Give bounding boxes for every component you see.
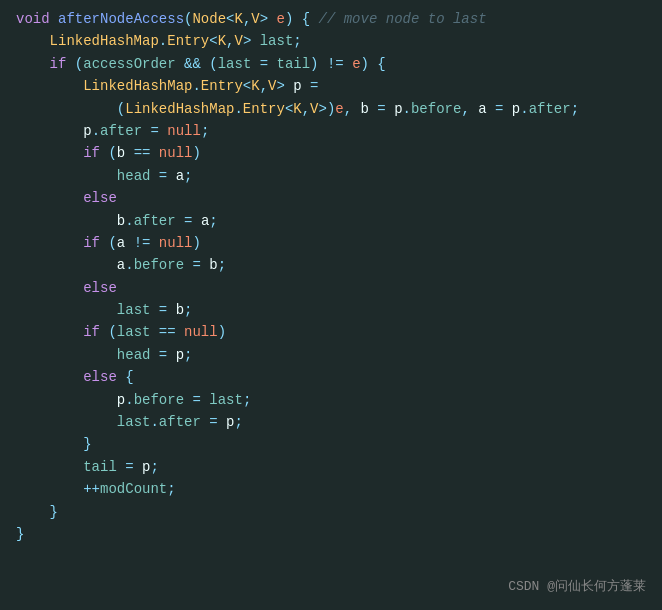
indent	[16, 187, 83, 209]
token-punct: ;	[201, 120, 209, 142]
token-op: =	[142, 120, 167, 142]
code-line: LinkedHashMap.Entry<K,V> last;	[0, 30, 662, 52]
token-punct: ,	[260, 75, 268, 97]
indent	[16, 478, 83, 500]
token-field: head	[117, 165, 151, 187]
token-field: tail	[277, 53, 311, 75]
token-punct: ) {	[285, 8, 319, 30]
token-punct: (	[108, 142, 116, 164]
code-line: else	[0, 277, 662, 299]
token-punct: ;	[184, 299, 192, 321]
token-punct: )	[310, 53, 318, 75]
token-punct: ,	[226, 30, 234, 52]
code-line: }	[0, 523, 662, 545]
token-op: =	[150, 165, 175, 187]
token-type: Node	[192, 8, 226, 30]
token-punct: }	[83, 433, 91, 455]
token-field: last	[117, 321, 151, 343]
token-op: ==	[125, 142, 159, 164]
indent	[16, 299, 117, 321]
token-punct: >	[260, 8, 277, 30]
code-line: tail = p;	[0, 456, 662, 478]
indent	[16, 30, 50, 52]
code-line: if (b == null)	[0, 142, 662, 164]
token-punct: .	[159, 30, 167, 52]
token-type: V	[251, 8, 259, 30]
token-kw: else	[83, 277, 117, 299]
token-punct: ;	[184, 344, 192, 366]
token-punct: <	[243, 75, 251, 97]
token-op: =	[302, 75, 319, 97]
token-kw: if	[83, 142, 108, 164]
token-var: p	[394, 98, 402, 120]
token-punct: >)	[319, 98, 336, 120]
token-param: e	[277, 8, 285, 30]
token-punct: }	[50, 501, 58, 523]
token-kw: if	[83, 232, 108, 254]
token-punct: )	[192, 142, 200, 164]
token-var: p	[226, 411, 234, 433]
token-punct: (	[117, 98, 125, 120]
indent	[16, 277, 83, 299]
token-field: modCount	[100, 478, 167, 500]
token-kw: void	[16, 8, 58, 30]
indent	[16, 433, 83, 455]
indent	[16, 501, 50, 523]
token-type: V	[310, 98, 318, 120]
token-op: =	[176, 210, 201, 232]
code-line: b.after = a;	[0, 210, 662, 232]
token-field: last	[260, 30, 294, 52]
code-line: last.after = p;	[0, 411, 662, 433]
token-op: ==	[150, 321, 184, 343]
token-punct: ;	[243, 389, 251, 411]
code-line: if (last == null)	[0, 321, 662, 343]
token-punct: .	[403, 98, 411, 120]
token-op: &&	[176, 53, 210, 75]
token-field: before	[411, 98, 461, 120]
token-punct: ;	[218, 254, 226, 276]
token-punct: .	[520, 98, 528, 120]
token-punct: <	[209, 30, 217, 52]
token-op: =	[150, 344, 175, 366]
indent	[16, 366, 83, 388]
token-op: !=	[319, 53, 353, 75]
token-field: before	[134, 389, 184, 411]
code-line: }	[0, 501, 662, 523]
token-null-val: null	[167, 120, 201, 142]
token-punct: ,	[461, 98, 478, 120]
token-punct: (	[108, 321, 116, 343]
token-var: a	[176, 165, 184, 187]
indent	[16, 75, 83, 97]
token-var: a	[478, 98, 486, 120]
token-field: before	[134, 254, 184, 276]
token-var: a	[117, 254, 125, 276]
indent	[16, 53, 50, 75]
token-punct: }	[16, 523, 24, 545]
token-var: p	[142, 456, 150, 478]
indent	[16, 456, 83, 478]
token-punct: <	[285, 98, 293, 120]
token-field: accessOrder	[83, 53, 175, 75]
token-op: =	[201, 411, 226, 433]
token-field: tail	[83, 456, 117, 478]
token-op: =	[487, 98, 512, 120]
token-kw: if	[83, 321, 108, 343]
token-punct: ;	[293, 30, 301, 52]
token-punct: <	[226, 8, 234, 30]
token-punct: ,	[243, 8, 251, 30]
token-type: K	[293, 98, 301, 120]
token-op: =	[251, 53, 276, 75]
token-kw: else	[83, 187, 117, 209]
indent	[16, 411, 117, 433]
token-type: K	[234, 8, 242, 30]
code-line: ++modCount;	[0, 478, 662, 500]
code-line: if (accessOrder && (last = tail) != e) {	[0, 53, 662, 75]
code-line: }	[0, 433, 662, 455]
token-param: e	[352, 53, 360, 75]
token-var: b	[117, 142, 125, 164]
token-punct: .	[192, 75, 200, 97]
indent	[16, 120, 83, 142]
token-type: V	[268, 75, 276, 97]
token-kw: else	[83, 366, 125, 388]
token-punct: .	[150, 411, 158, 433]
